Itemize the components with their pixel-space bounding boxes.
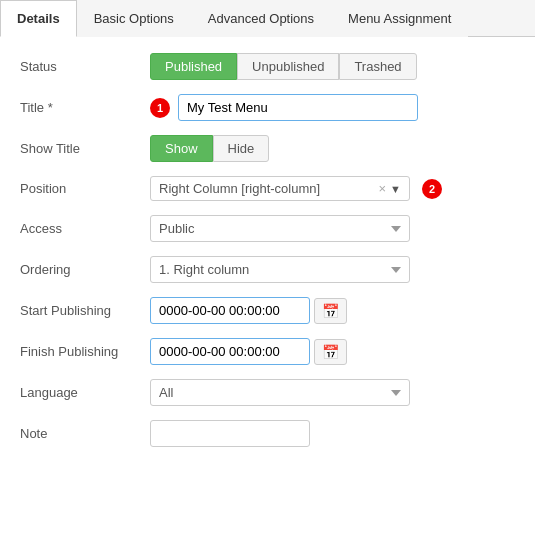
- title-badge: 1: [150, 98, 170, 118]
- start-publishing-input[interactable]: [150, 297, 310, 324]
- note-row: Note: [20, 420, 515, 447]
- start-publishing-row: Start Publishing 📅: [20, 297, 515, 324]
- title-input[interactable]: [178, 94, 418, 121]
- tab-details[interactable]: Details: [0, 0, 77, 37]
- status-button-group: Published Unpublished Trashed: [150, 53, 417, 80]
- access-select[interactable]: Public Guest Registered Special Super Us…: [150, 215, 410, 242]
- status-trashed-button[interactable]: Trashed: [339, 53, 416, 80]
- tab-advanced-options[interactable]: Advanced Options: [191, 0, 331, 37]
- finish-publishing-calendar-button[interactable]: 📅: [314, 339, 347, 365]
- access-row: Access Public Guest Registered Special S…: [20, 215, 515, 242]
- language-label: Language: [20, 385, 150, 400]
- tab-menu-assignment-label: Menu Assignment: [348, 11, 451, 26]
- position-row: Position Right Column [right-column] × ▼…: [20, 176, 515, 201]
- finish-publishing-label: Finish Publishing: [20, 344, 150, 359]
- status-control: Published Unpublished Trashed: [150, 53, 515, 80]
- status-label: Status: [20, 59, 150, 74]
- ordering-select[interactable]: 1. Right column: [150, 256, 410, 283]
- calendar-icon-2: 📅: [322, 344, 339, 360]
- ordering-row: Ordering 1. Right column: [20, 256, 515, 283]
- language-row: Language All: [20, 379, 515, 406]
- position-label: Position: [20, 181, 150, 196]
- note-control: [150, 420, 515, 447]
- language-control: All: [150, 379, 515, 406]
- ordering-label: Ordering: [20, 262, 150, 277]
- tab-details-label: Details: [17, 11, 60, 26]
- start-publishing-control: 📅: [150, 297, 515, 324]
- show-title-control: Show Hide: [150, 135, 515, 162]
- position-combo-box[interactable]: Right Column [right-column] × ▼: [150, 176, 410, 201]
- finish-publishing-row: Finish Publishing 📅: [20, 338, 515, 365]
- language-select[interactable]: All: [150, 379, 410, 406]
- tabs-bar: Details Basic Options Advanced Options M…: [0, 0, 535, 37]
- note-label: Note: [20, 426, 150, 441]
- tab-advanced-options-label: Advanced Options: [208, 11, 314, 26]
- position-dropdown-icon[interactable]: ▼: [390, 183, 401, 195]
- show-button[interactable]: Show: [150, 135, 213, 162]
- tab-basic-options[interactable]: Basic Options: [77, 0, 191, 37]
- tab-basic-options-label: Basic Options: [94, 11, 174, 26]
- start-publishing-label: Start Publishing: [20, 303, 150, 318]
- start-publishing-calendar-button[interactable]: 📅: [314, 298, 347, 324]
- calendar-icon: 📅: [322, 303, 339, 319]
- position-control: Right Column [right-column] × ▼ 2: [150, 176, 515, 201]
- ordering-control: 1. Right column: [150, 256, 515, 283]
- status-unpublished-button[interactable]: Unpublished: [237, 53, 339, 80]
- finish-publishing-control: 📅: [150, 338, 515, 365]
- show-title-row: Show Title Show Hide: [20, 135, 515, 162]
- status-published-button[interactable]: Published: [150, 53, 237, 80]
- form-area: Status Published Unpublished Trashed Tit…: [0, 37, 535, 477]
- title-control: 1: [150, 94, 515, 121]
- status-row: Status Published Unpublished Trashed: [20, 53, 515, 80]
- title-row: Title * 1: [20, 94, 515, 121]
- note-input[interactable]: [150, 420, 310, 447]
- access-control: Public Guest Registered Special Super Us…: [150, 215, 515, 242]
- show-title-label: Show Title: [20, 141, 150, 156]
- title-label: Title *: [20, 100, 150, 115]
- finish-publishing-input[interactable]: [150, 338, 310, 365]
- hide-button[interactable]: Hide: [213, 135, 270, 162]
- tab-menu-assignment[interactable]: Menu Assignment: [331, 0, 468, 37]
- position-value: Right Column [right-column]: [159, 181, 379, 196]
- position-clear-icon[interactable]: ×: [379, 181, 387, 196]
- position-badge: 2: [422, 179, 442, 199]
- access-label: Access: [20, 221, 150, 236]
